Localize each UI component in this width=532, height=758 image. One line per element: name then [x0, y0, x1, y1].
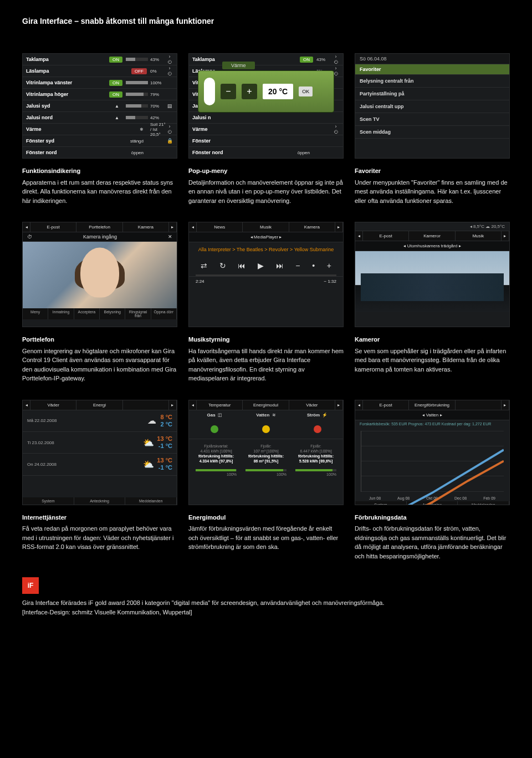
- bottom-button[interactable]: Belysning: [100, 308, 125, 319]
- tab-item[interactable]: Temperatur: [197, 400, 243, 410]
- tab-item[interactable]: Porttelefon: [76, 222, 122, 232]
- tab-item[interactable]: [456, 400, 502, 410]
- popup-minus-button[interactable]: −: [221, 84, 236, 99]
- device-row[interactable]: LäslampaOFF0%› ⏲: [23, 65, 177, 77]
- shuffle-icon[interactable]: ⇄: [201, 261, 207, 270]
- camera-status-bar: ◂ 8,5°C ☁ 20,5°C: [355, 222, 509, 231]
- tab-item[interactable]: E-post: [30, 222, 76, 232]
- tab-item[interactable]: Väder: [289, 400, 335, 410]
- tab-prev[interactable]: ◂: [23, 400, 30, 410]
- tab-item[interactable]: News: [197, 222, 243, 232]
- popup-thermostat: − + 20 °C OK: [198, 70, 334, 113]
- weather-hi: 13 °C: [157, 457, 172, 464]
- weather-date: Ti 23.02.2008: [27, 440, 140, 445]
- device-name: Vitrinlampa vänster: [26, 80, 109, 85]
- tab-item[interactable]: Musik: [456, 231, 502, 241]
- popup-ok-button[interactable]: OK: [299, 87, 313, 96]
- device-row[interactable]: Vitrinlampa vänsterON100%: [23, 77, 177, 89]
- device-level-bar: [126, 58, 148, 61]
- desc-p-2: Detaljinformation och manöverelement öpp…: [188, 178, 344, 206]
- weather-lo: -1 °C: [158, 464, 172, 471]
- doorphone-close-icon[interactable]: ✕: [168, 234, 172, 240]
- weather-icon: ⛅: [140, 459, 157, 470]
- cam-sub-next[interactable]: ▸: [459, 243, 461, 248]
- tab-item[interactable]: Kamera: [123, 222, 169, 232]
- bottom-button[interactable]: Meny: [23, 308, 48, 319]
- energy-col-header: Vatten ≋: [241, 410, 292, 420]
- favorite-item[interactable]: Partyinställning på: [355, 88, 509, 100]
- tab-prev[interactable]: ◂: [23, 222, 30, 232]
- media-sub-prev[interactable]: ◂: [250, 235, 253, 240]
- fav-title: Favoriter: [355, 64, 509, 75]
- desc-h-8: Energimodul: [188, 513, 344, 522]
- desc-p-8: Jämför förbrukningsvärden med föregående…: [188, 524, 344, 552]
- media-sub-next[interactable]: ▸: [279, 235, 282, 240]
- desc-h-9: Förbrukningsdata: [355, 513, 510, 522]
- tab-prev[interactable]: ◂: [355, 231, 363, 241]
- cam-sub-prev[interactable]: ◂: [403, 243, 406, 248]
- panel-weather: ◂VäderEnergi▸ Må 22.02.2008☁8 °C2 °CTi 2…: [22, 400, 177, 505]
- tab-item[interactable]: Energimodul: [243, 400, 289, 410]
- bottom-button[interactable]: Anteckning: [74, 497, 126, 505]
- tab-item[interactable]: Energiförbrukning: [409, 400, 455, 410]
- chart-sub-prev[interactable]: ◂: [422, 413, 424, 418]
- desc-h-2: Pop-up-meny: [188, 166, 344, 176]
- device-row[interactable]: Vitrinlampa högerON79%: [23, 89, 177, 100]
- tab-item[interactable]: [123, 400, 169, 410]
- weather-icon: ⛅: [140, 437, 157, 448]
- desc-p-5: Ha favoritsångerna till hands direkt när…: [188, 347, 344, 383]
- tab-next[interactable]: ▸: [502, 231, 509, 241]
- bottom-button[interactable]: Ringsignal från: [125, 308, 151, 319]
- device-percent: 43%: [150, 57, 166, 62]
- device-extra-icon: 🔒: [166, 138, 173, 144]
- repeat-icon[interactable]: ↻: [219, 261, 226, 270]
- favorite-item[interactable]: Scen middag: [355, 126, 509, 139]
- camera-outdoor-image: [355, 251, 509, 312]
- tab-item[interactable]: E-post: [363, 231, 409, 241]
- tab-next[interactable]: ▸: [335, 400, 343, 410]
- device-name: Jalusi syd: [26, 103, 111, 109]
- tab-next[interactable]: ▸: [335, 222, 343, 232]
- popup-plus-button[interactable]: +: [242, 84, 257, 99]
- device-row[interactable]: Värme❄Soll 21° / Ist 20,5°› ⏲: [23, 124, 177, 135]
- play-button[interactable]: ▶: [258, 261, 264, 270]
- vol-up-button[interactable]: +: [327, 261, 331, 270]
- tab-item[interactable]: Väder: [30, 400, 76, 410]
- device-percent: 0%: [150, 69, 166, 74]
- favorite-item[interactable]: Scen TV: [355, 113, 509, 126]
- weather-icon: ☁: [144, 415, 160, 426]
- tab-item[interactable]: Musik: [243, 222, 289, 232]
- favorite-item[interactable]: Jalusi centralt upp: [355, 100, 509, 113]
- device-row[interactable]: TaklampaON43%› ⏲: [23, 54, 177, 65]
- tab-item[interactable]: Energi: [76, 400, 122, 410]
- bottom-button[interactable]: Inmatning: [48, 308, 74, 319]
- device-row[interactable]: Jalusi syd▲70%▤: [23, 100, 177, 112]
- favorite-item[interactable]: Belysning centralt från: [355, 75, 509, 88]
- page-title: Gira Interface – snabb åtkomst till mång…: [22, 17, 510, 26]
- tab-prev[interactable]: ◂: [355, 400, 363, 410]
- chart-sub-next[interactable]: ▸: [440, 413, 442, 418]
- bottom-button[interactable]: Öppna dörr: [151, 308, 177, 319]
- tab-next[interactable]: ▸: [169, 222, 177, 232]
- bottom-button[interactable]: Meddelanden: [125, 497, 177, 505]
- device-state-badge: öppen: [128, 150, 147, 156]
- next-track-button[interactable]: ⏭: [276, 261, 284, 270]
- desc-p-1: Apparaterna i ett rum samt deras respekt…: [22, 178, 177, 206]
- tab-prev[interactable]: ◂: [189, 222, 197, 232]
- tab-next[interactable]: ▸: [169, 400, 177, 410]
- device-state-badge: ▲: [111, 115, 122, 121]
- bottom-button[interactable]: System: [23, 497, 74, 505]
- bottom-button[interactable]: Acceptera: [74, 308, 100, 319]
- device-row[interactable]: Fönster sydstängd🔒: [23, 135, 177, 147]
- tab-prev[interactable]: ◂: [189, 400, 197, 410]
- panel-media: ◂NewsMusikKamera▸ ◂ MediaPlayer ▸ Alla I…: [188, 222, 344, 327]
- prev-track-button[interactable]: ⏮: [238, 261, 245, 270]
- tab-item[interactable]: E-post: [363, 400, 409, 410]
- device-extra-icon: › ⏲: [166, 54, 173, 65]
- doorphone-clock-icon: ⏱: [27, 234, 32, 240]
- tab-item[interactable]: Kamera: [289, 222, 335, 232]
- tab-next[interactable]: ▸: [502, 400, 509, 410]
- vol-down-button[interactable]: −: [295, 261, 300, 270]
- device-row[interactable]: Fönster nordöppen: [23, 147, 177, 159]
- tab-item[interactable]: Kameror: [409, 231, 455, 241]
